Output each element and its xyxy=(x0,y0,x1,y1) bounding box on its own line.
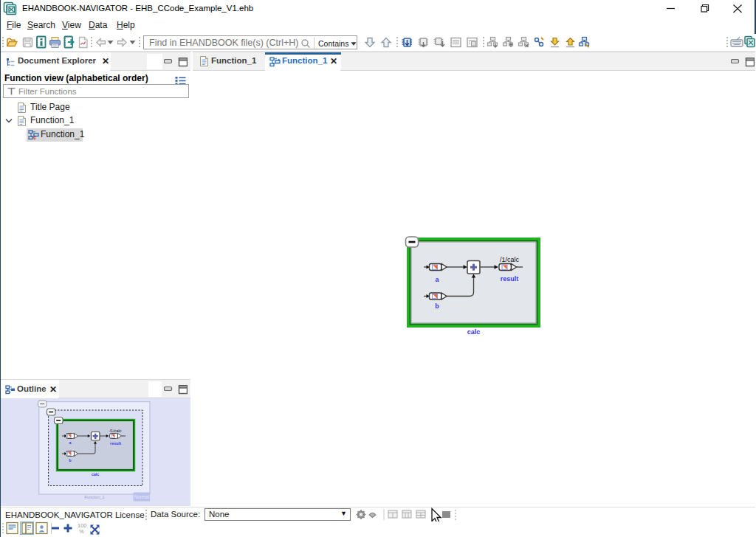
svg-text:c: c xyxy=(33,135,36,140)
svg-text:b: b xyxy=(435,302,439,310)
svg-text:calc: calc xyxy=(467,328,481,336)
svg-text:Normal: Normal xyxy=(134,494,149,499)
svg-text:/1/calc: /1/calc xyxy=(500,256,520,263)
svg-text:/1/calc: /1/calc xyxy=(110,429,122,433)
svg-text:result: result xyxy=(110,441,121,446)
svg-text:%: % xyxy=(79,528,84,535)
svg-text:calc: calc xyxy=(92,472,100,477)
svg-text:Function_1: Function_1 xyxy=(84,495,104,499)
svg-text:result: result xyxy=(501,275,519,283)
